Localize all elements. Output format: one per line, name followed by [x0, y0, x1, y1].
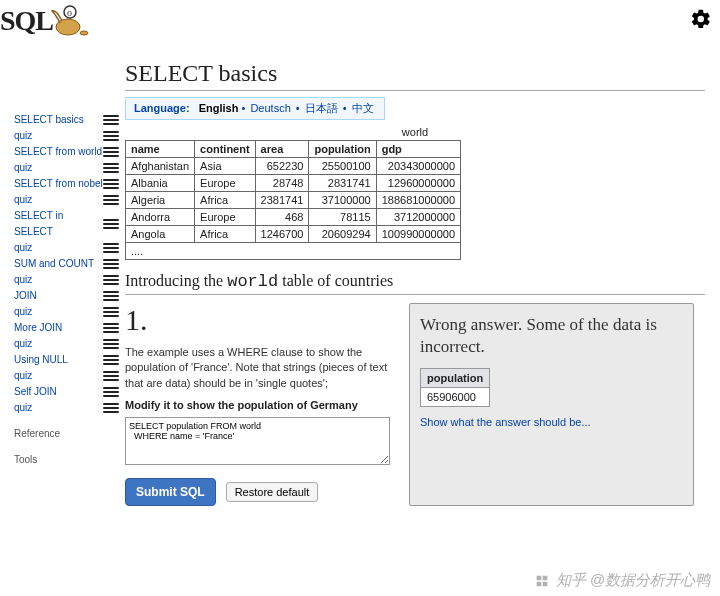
- sidebar-link[interactable]: quiz: [14, 336, 32, 352]
- show-answer-link[interactable]: Show what the answer should be...: [420, 416, 591, 428]
- table-cell: 2381741: [255, 192, 309, 209]
- sidebar-item: JOIN: [14, 288, 119, 304]
- sidebar-link[interactable]: quiz: [14, 128, 32, 144]
- sidebar-link[interactable]: More JOIN: [14, 320, 62, 336]
- language-selector: Language: English • Deutsch • 日本語 • 中文: [125, 97, 385, 120]
- sidebar-link[interactable]: quiz: [14, 240, 32, 256]
- table-cell: Andorra: [126, 209, 195, 226]
- sidebar-link[interactable]: SELECT basics: [14, 112, 84, 128]
- sidebar-item: SELECT from world: [14, 144, 119, 160]
- sidebar-item: quiz: [14, 368, 119, 384]
- table-row: AndorraEurope468781153712000000: [126, 209, 461, 226]
- sidebar-link[interactable]: SUM and COUNT: [14, 256, 94, 272]
- question-number: 1.: [125, 303, 395, 337]
- table-cell: 3712000000: [376, 209, 460, 226]
- sidebar-item: More JOIN: [14, 320, 119, 336]
- sidebar-link[interactable]: Self JOIN: [14, 384, 57, 400]
- table-cell: Afghanistan: [126, 158, 195, 175]
- table-cell: Asia: [195, 158, 256, 175]
- sidebar-link[interactable]: Using NULL: [14, 352, 68, 368]
- table-cell: Albania: [126, 175, 195, 192]
- menu-icon[interactable]: [103, 115, 119, 125]
- logo-text: SQL: [0, 5, 53, 36]
- language-option[interactable]: 中文: [352, 102, 374, 114]
- sidebar-link[interactable]: quiz: [14, 400, 32, 416]
- menu-icon[interactable]: [103, 259, 119, 269]
- table-cell: 188681000000: [376, 192, 460, 209]
- menu-icon[interactable]: [103, 387, 119, 397]
- page-title: SELECT basics: [125, 60, 705, 91]
- menu-icon[interactable]: [103, 291, 119, 301]
- svg-point-3: [80, 31, 88, 35]
- restore-default-button[interactable]: Restore default: [226, 482, 319, 502]
- menu-icon[interactable]: [103, 163, 119, 173]
- menu-icon[interactable]: [103, 355, 119, 365]
- menu-icon[interactable]: [103, 403, 119, 413]
- sidebar-reference[interactable]: Reference: [14, 426, 119, 442]
- sidebar-link[interactable]: quiz: [14, 192, 32, 208]
- table-cell: 20609294: [309, 226, 376, 243]
- menu-icon[interactable]: [103, 275, 119, 285]
- sidebar-link[interactable]: SELECT from nobel: [14, 176, 103, 192]
- table-row: AngolaAfrica124670020609294100990000000: [126, 226, 461, 243]
- sidebar-tools[interactable]: Tools: [14, 452, 119, 468]
- menu-icon[interactable]: [103, 323, 119, 333]
- table-cell: Angola: [126, 226, 195, 243]
- submit-sql-button[interactable]: Submit SQL: [125, 478, 216, 506]
- language-option[interactable]: Deutsch: [250, 102, 290, 114]
- menu-icon[interactable]: [103, 307, 119, 317]
- sidebar-link[interactable]: SELECT in SELECT: [14, 208, 103, 240]
- sidebar-link[interactable]: quiz: [14, 160, 32, 176]
- sidebar-link[interactable]: quiz: [14, 368, 32, 384]
- intro-heading: Introducing the world table of countries: [125, 272, 705, 295]
- table-row: AlgeriaAfrica238174137100000188681000000: [126, 192, 461, 209]
- menu-icon[interactable]: [103, 219, 119, 229]
- sidebar-nav: SELECT basicsquizSELECT from worldquizSE…: [14, 112, 119, 468]
- sidebar-item: quiz: [14, 400, 119, 416]
- menu-icon[interactable]: [103, 339, 119, 349]
- site-logo[interactable]: SQL o: [0, 5, 110, 45]
- menu-icon[interactable]: [103, 131, 119, 141]
- menu-icon[interactable]: [103, 371, 119, 381]
- language-option[interactable]: 日本語: [305, 102, 338, 114]
- world-header: gdp: [376, 141, 460, 158]
- table-cell: 12960000000: [376, 175, 460, 192]
- world-header: population: [309, 141, 376, 158]
- table-cell: Algeria: [126, 192, 195, 209]
- table-cell: 468: [255, 209, 309, 226]
- table-caption: world: [125, 126, 705, 138]
- table-cell: Africa: [195, 226, 256, 243]
- sidebar-link[interactable]: quiz: [14, 272, 32, 288]
- world-header: name: [126, 141, 195, 158]
- sidebar-link[interactable]: SELECT from world: [14, 144, 102, 160]
- table-cell: 37100000: [309, 192, 376, 209]
- result-table: population 65906000: [420, 368, 490, 407]
- menu-icon[interactable]: [103, 147, 119, 157]
- sidebar-link[interactable]: quiz: [14, 304, 32, 320]
- sidebar-item: SELECT from nobel: [14, 176, 119, 192]
- world-header: area: [255, 141, 309, 158]
- sidebar-item: quiz: [14, 160, 119, 176]
- sidebar-item: SELECT basics: [14, 112, 119, 128]
- world-header: continent: [195, 141, 256, 158]
- svg-text:o: o: [67, 7, 72, 18]
- question-prompt: Modify it to show the population of Germ…: [125, 399, 395, 411]
- sidebar-item: SELECT in SELECT: [14, 208, 119, 240]
- table-cell: 652230: [255, 158, 309, 175]
- menu-icon[interactable]: [103, 195, 119, 205]
- table-row: AfghanistanAsia6522302550010020343000000: [126, 158, 461, 175]
- menu-icon[interactable]: [103, 179, 119, 189]
- table-cell: 100990000000: [376, 226, 460, 243]
- sidebar-item: quiz: [14, 240, 119, 256]
- sql-input[interactable]: [125, 417, 390, 465]
- menu-icon[interactable]: [103, 243, 119, 253]
- sidebar-item: quiz: [14, 336, 119, 352]
- table-cell: 28748: [255, 175, 309, 192]
- language-label: Language:: [134, 102, 190, 114]
- table-ellipsis: ....: [126, 243, 461, 260]
- table-cell: 78115: [309, 209, 376, 226]
- main-content: SELECT basics Language: English • Deutsc…: [125, 60, 705, 506]
- sidebar-link[interactable]: JOIN: [14, 288, 37, 304]
- sidebar-item: quiz: [14, 304, 119, 320]
- settings-icon[interactable]: [690, 8, 712, 33]
